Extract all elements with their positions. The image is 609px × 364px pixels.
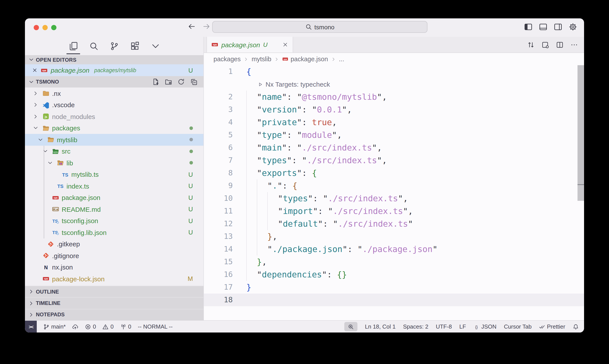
tree-item-package-lock.json[interactable]: npmpackage-lock.jsonM	[25, 273, 203, 285]
editor-scrollbar-thumb[interactable]	[578, 65, 584, 184]
code-editor[interactable]: 1{Nx Targets: typecheck2"name": "@tsmono…	[204, 65, 584, 320]
tree-item-lib[interactable]: lib	[25, 157, 203, 169]
tree-item-tsconfig.lib.json[interactable]: TStsconfig.lib.jsonU	[25, 227, 203, 238]
tab-package-json[interactable]: npm package.json U	[207, 37, 293, 52]
tree-item-.vscode[interactable]: .vscode	[25, 99, 203, 111]
code-line-4[interactable]: 4"private": true,	[204, 116, 584, 129]
editor-changes-icon[interactable]	[542, 41, 549, 48]
status-item-error-count[interactable]: 0	[85, 323, 96, 330]
line-number: 14	[204, 243, 233, 256]
status-item-cursor-position[interactable]: Ln 18, Col 1	[365, 323, 396, 330]
layout-panel-icon[interactable]	[539, 23, 547, 31]
status-item-vim-mode[interactable]: -- NORMAL --	[138, 323, 173, 330]
code-line-13[interactable]: 13},	[204, 230, 584, 243]
workspace-header[interactable]: TSMONO	[25, 76, 203, 88]
git-icon	[47, 241, 54, 248]
status-item-remote-indicator[interactable]: ><	[25, 321, 37, 333]
forward-arrow-icon[interactable]	[203, 23, 210, 30]
status-item-indentation[interactable]: Spaces: 2	[403, 323, 428, 330]
status-item-label: Spaces: 2	[403, 323, 428, 330]
status-item-cursor-tab[interactable]: Cursor Tab	[504, 323, 532, 330]
status-item-zoom-indicator[interactable]	[344, 322, 357, 331]
command-center-search[interactable]: tsmono	[212, 21, 428, 33]
git-status-badge: U	[188, 171, 193, 178]
close-window-button[interactable]	[34, 25, 39, 30]
split-editor-icon[interactable]	[556, 41, 563, 48]
code-line-3[interactable]: 3"version": "0.0.1",	[204, 103, 584, 116]
layout-sidebar-left-icon[interactable]	[524, 23, 532, 31]
more-actions-icon[interactable]	[570, 41, 578, 48]
code-line-18[interactable]: 18	[204, 294, 584, 306]
tree-item-index.ts[interactable]: TSindex.tsU	[25, 180, 203, 192]
tree-item-nx.json[interactable]: Nnx.json	[25, 261, 203, 273]
tree-item-mytslib.ts[interactable]: TSmytslib.tsU	[25, 169, 203, 180]
open-editor-item[interactable]: npmpackage.jsonpackages/mytslibU	[25, 64, 203, 76]
section-notepads[interactable]: NOTEPADS	[25, 309, 203, 320]
tree-item-README.md[interactable]: README.mdU	[25, 203, 203, 215]
activity-item-source-control[interactable]	[110, 41, 119, 51]
close-editor-icon[interactable]	[32, 67, 38, 73]
tree-item-mytslib[interactable]: mytslib	[25, 134, 203, 145]
tree-item-tsconfig.json[interactable]: TStsconfig.jsonU	[25, 215, 203, 227]
tree-item-.nx[interactable]: .nx	[25, 88, 203, 99]
editor-indent-guide	[246, 167, 257, 179]
tree-item-package.json[interactable]: npmpackage.jsonU	[25, 192, 203, 203]
open-editors-header[interactable]: OPEN EDITORS	[25, 55, 203, 64]
code-line-9[interactable]: 9".": {	[204, 179, 584, 192]
breadcrumb-item[interactable]: npmpackage.json	[282, 56, 328, 63]
code-line-7[interactable]: 7"types": "./src/index.ts",	[204, 154, 584, 167]
tree-item-.gitignore[interactable]: .gitignore	[25, 250, 203, 261]
collapse-all-icon[interactable]	[190, 78, 197, 85]
codelens-nx-targets[interactable]: Nx Targets: typecheck	[204, 80, 330, 88]
tree-item-node_modules[interactable]: jsnode_modules	[25, 111, 203, 122]
svg-text:N: N	[44, 265, 48, 270]
code-line-12[interactable]: 12"default": "./src/index.ts"	[204, 217, 584, 230]
status-item-branch-status[interactable]: main*	[43, 323, 66, 330]
code-line-15[interactable]: 15},	[204, 256, 584, 268]
status-item-notifications[interactable]	[573, 324, 579, 330]
zoom-window-button[interactable]	[51, 25, 56, 30]
section-outline[interactable]: OUTLINE	[25, 286, 203, 297]
code-line-1[interactable]: 1{	[204, 65, 584, 78]
layout-sidebar-right-icon[interactable]	[554, 23, 562, 31]
git-status-badge: U	[188, 183, 193, 190]
breadcrumb-item[interactable]: packages	[213, 56, 241, 63]
code-line-10[interactable]: 10"types": "./src/index.ts",	[204, 192, 584, 205]
refresh-icon[interactable]	[178, 78, 185, 85]
breadcrumb-item[interactable]: mytslib	[252, 56, 271, 63]
activity-item-search[interactable]	[89, 41, 98, 51]
activity-item-extensions[interactable]	[130, 41, 139, 51]
status-item-publish-changes[interactable]	[72, 324, 78, 330]
code-line-16[interactable]: 16"dependencies": {}	[204, 268, 584, 281]
status-item-warning-count[interactable]: 0	[103, 323, 114, 330]
code-line-8[interactable]: 8"exports": {	[204, 167, 584, 179]
code-line-11[interactable]: 11"import": "./src/index.ts",	[204, 205, 584, 217]
breadcrumb-item[interactable]: ...	[339, 56, 344, 63]
code-line-14[interactable]: 14"./package.json": "./package.json"	[204, 243, 584, 256]
settings-gear-icon[interactable]	[569, 23, 577, 31]
swap-arrows-icon[interactable]	[527, 41, 535, 48]
code-line-17[interactable]: 17}	[204, 281, 584, 294]
search-value: tsmono	[314, 23, 335, 30]
minimize-window-button[interactable]	[42, 25, 48, 30]
new-folder-icon[interactable]	[165, 78, 172, 85]
code-line-2[interactable]: 2"name": "@tsmono/mytslib",	[204, 91, 584, 103]
activity-item-explorer[interactable]	[68, 41, 78, 51]
status-item-formatter[interactable]: Prettier	[539, 323, 565, 330]
new-file-icon[interactable]	[152, 78, 159, 85]
status-item-port-forward-count[interactable]: 0	[120, 323, 131, 330]
close-tab-icon[interactable]	[282, 41, 288, 48]
editor-scrollbar-thumb-tail[interactable]	[578, 185, 584, 201]
tree-item-src[interactable]: </>src	[25, 145, 203, 157]
status-item-language-mode[interactable]: {}JSON	[473, 323, 496, 330]
back-arrow-icon[interactable]	[188, 23, 195, 30]
activity-item-chevron-down[interactable]	[151, 41, 160, 51]
status-item-eol[interactable]: LF	[459, 323, 466, 330]
tree-item-.gitkeep[interactable]: .gitkeep	[25, 238, 203, 250]
tree-item-label: .nx	[52, 90, 61, 97]
section-timeline[interactable]: TIMELINE	[25, 297, 203, 309]
status-item-encoding[interactable]: UTF-8	[436, 323, 452, 330]
tree-item-packages[interactable]: packages	[25, 122, 203, 134]
code-line-5[interactable]: 5"type": "module",	[204, 129, 584, 141]
code-line-6[interactable]: 6"main": "./src/index.ts",	[204, 141, 584, 154]
